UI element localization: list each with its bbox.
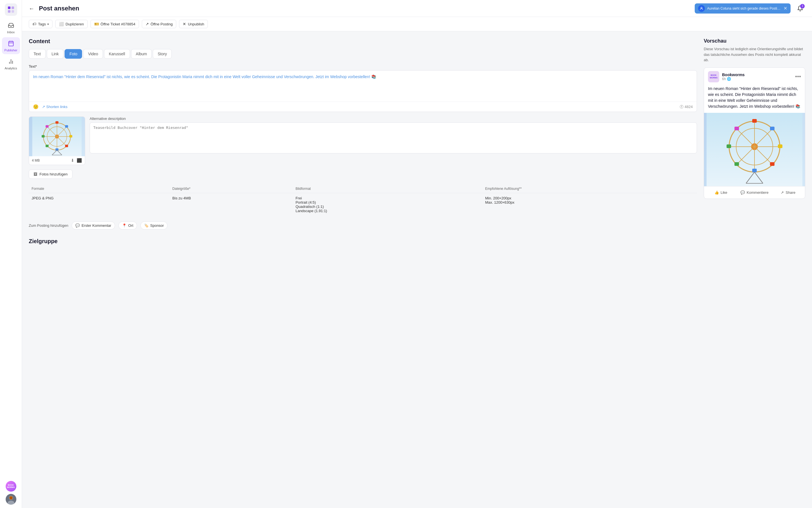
preview-actions: 👍 Like 💬 Kommentiere ↗ Share — [704, 186, 805, 199]
image-thumbnail[interactable] — [29, 117, 85, 156]
notification-close[interactable]: ✕ — [783, 6, 787, 11]
preview-time: 6h 🌐 — [722, 77, 795, 81]
bell-button[interactable]: 3 — [795, 3, 805, 13]
main-content: ← Post ansehen Aurelian Cotuna sieht sic… — [22, 0, 812, 508]
topbar: ← Post ansehen Aurelian Cotuna sieht sic… — [22, 0, 812, 17]
size-cell: Bis zu 4MB — [170, 193, 292, 216]
facebook-icon: ⓕ — [680, 104, 683, 110]
tab-foto[interactable]: Foto — [64, 49, 82, 59]
svg-point-12 — [8, 501, 14, 505]
like-icon: 👍 — [715, 190, 719, 195]
sidebar-item-publisher[interactable]: Publisher — [2, 37, 20, 54]
tab-album[interactable]: Album — [131, 49, 152, 59]
ort-button[interactable]: 📍 Ort — [119, 221, 137, 229]
open-posting-button[interactable]: ↗ Öffne Posting — [142, 20, 177, 28]
svg-point-14 — [9, 497, 12, 500]
svg-rect-54 — [778, 144, 782, 148]
user-avatar[interactable] — [6, 494, 16, 505]
svg-rect-35 — [46, 145, 49, 147]
sidebar-item-analytics[interactable]: Analytics — [2, 55, 20, 72]
zielgruppe-title: Zielgruppe — [29, 238, 697, 245]
app-logo[interactable] — [5, 3, 17, 16]
tags-button[interactable]: 🏷 Tags ▾ — [29, 20, 52, 28]
share-button[interactable]: ↗ Share — [771, 189, 805, 196]
col-auflösung: Empfohlene Auflösung** — [483, 184, 697, 193]
col-dateigröße: Dateigröße* — [170, 184, 292, 193]
sidebar: Inbox Publisher Analytics — [0, 0, 22, 508]
svg-rect-31 — [70, 135, 73, 138]
svg-rect-3 — [11, 10, 14, 13]
bell-badge: 3 — [800, 4, 805, 8]
text-area-inner[interactable]: Im neuen Roman "Hinter dem Riesenrad" is… — [29, 71, 697, 101]
alt-text-input[interactable] — [90, 122, 697, 154]
unpublish-button[interactable]: ✕ Unpublish — [179, 20, 208, 28]
preview-panel: Vorschau Diese Vorschau ist lediglich ei… — [704, 38, 805, 501]
calendar-icon — [7, 40, 15, 47]
back-button[interactable]: ← — [29, 6, 34, 11]
formats-table: Formate Dateigröße* Bildformat Empfohlen… — [29, 184, 697, 216]
svg-rect-58 — [734, 162, 739, 166]
table-row: JPEG & PNG Bis zu 4MB Frei Portrait (4:5… — [29, 193, 697, 216]
sponsor-icon: 🏷️ — [144, 223, 148, 228]
tab-video[interactable]: Video — [83, 49, 103, 59]
image-actions: ⬇ ⬛ — [71, 158, 82, 163]
svg-rect-53 — [727, 144, 731, 148]
preview-meta: Bookworms 6h 🌐 — [722, 73, 795, 81]
content-section-title: Content — [29, 38, 697, 45]
svg-point-15 — [701, 7, 702, 8]
svg-rect-2 — [8, 10, 10, 13]
like-button[interactable]: 👍 Like — [704, 189, 737, 196]
sponsor-button[interactable]: 🏷️ Sponsor — [140, 221, 168, 229]
page-title: Post ansehen — [39, 5, 690, 12]
svg-rect-34 — [65, 125, 68, 128]
page-body: Content Text Link Foto Video Karussell A… — [22, 31, 812, 508]
first-comment-icon: 💬 — [75, 223, 80, 228]
col-bildformat: Bildformat — [292, 184, 483, 193]
char-count: ⓕ 4824 — [680, 104, 693, 110]
tag-icon: 🏷 — [33, 22, 36, 26]
notif-avatar — [698, 5, 705, 12]
resolution-cell: Min. 200×200px Max. 1200×630px — [483, 193, 697, 216]
ticket-button[interactable]: 🎫 Öffne Ticket #078854 — [91, 20, 139, 28]
download-icon[interactable]: ⬇ — [71, 158, 75, 163]
notification-text: Aurelian Cotuna sieht sich gerade dieses… — [707, 6, 781, 10]
svg-rect-29 — [55, 149, 59, 151]
tab-story[interactable]: Story — [153, 49, 172, 59]
sidebar-item-inbox[interactable]: Inbox — [2, 19, 20, 36]
add-photos-button[interactable]: 🖼 Fotos hinzufügen — [29, 170, 73, 179]
svg-rect-32 — [46, 125, 49, 128]
preview-title: Vorschau — [704, 38, 805, 44]
tab-karussell[interactable]: Karussell — [104, 49, 130, 59]
notification-bar: Aurelian Cotuna sieht sich gerade dieses… — [695, 3, 791, 13]
duplicate-button[interactable]: ⬜ Duplizieren — [55, 20, 87, 28]
first-comment-button[interactable]: 💬 Erster Kommentar — [72, 221, 115, 229]
image-meta: 4 MB ⬇ ⬛ — [29, 156, 85, 165]
add-to-posting-row: Zum Posting hinzufügen 💬 Erster Kommenta… — [29, 221, 697, 229]
svg-rect-4 — [8, 41, 13, 46]
tab-text[interactable]: Text — [29, 49, 46, 59]
unpublish-icon: ✕ — [183, 22, 186, 26]
emoji-icon[interactable]: 🙂 — [33, 104, 39, 110]
comment-icon: 💬 — [740, 190, 745, 195]
svg-rect-57 — [770, 127, 774, 130]
text-area-wrapper: Im neuen Roman "Hinter dem Riesenrad" is… — [29, 70, 697, 112]
image-thumb-wrapper: 4 MB ⬇ ⬛ — [29, 117, 85, 165]
preview-account-name: Bookworms — [722, 73, 795, 77]
svg-rect-52 — [752, 169, 757, 172]
shorten-links-btn[interactable]: ↗ Shorten links — [42, 104, 67, 109]
sidebar-item-analytics-label: Analytics — [4, 67, 17, 70]
comment-button[interactable]: 💬 Kommentiere — [737, 189, 771, 196]
svg-rect-30 — [42, 135, 45, 138]
preview-more-icon[interactable]: ••• — [795, 73, 801, 80]
inbox-icon — [7, 22, 15, 29]
edit-image-icon[interactable]: ⬛ — [77, 158, 82, 163]
bookworms-avatar[interactable]: BOOKWORMS — [6, 481, 16, 492]
tab-link[interactable]: Link — [47, 49, 64, 59]
alt-text-label: Alternative description — [90, 117, 697, 121]
preview-card-header: BOOKWORMS Bookworms 6h 🌐 ••• — [704, 68, 805, 86]
copy-icon: ⬜ — [59, 22, 64, 26]
text-content: Im neuen Roman "Hinter dem Riesenrad" is… — [33, 74, 693, 80]
image-format-cell: Frei Portrait (4:5) Quadratisch (1:1) La… — [292, 193, 483, 216]
svg-rect-33 — [65, 145, 68, 147]
add-photo-icon: 🖼 — [34, 172, 37, 176]
